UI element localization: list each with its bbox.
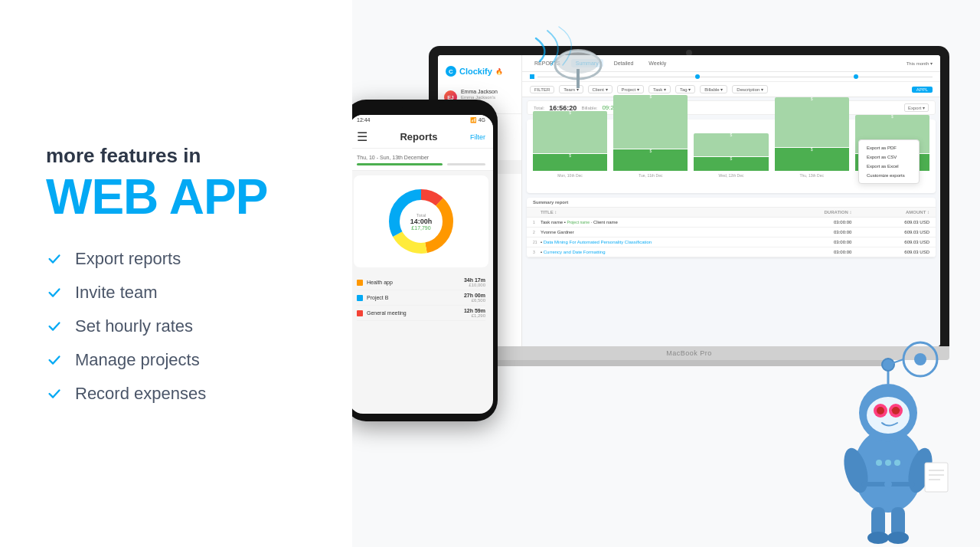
robot-mascot bbox=[812, 302, 965, 547]
legend-money: £10,000 bbox=[464, 283, 485, 287]
bar-label: Thu, 13th Dec bbox=[800, 173, 824, 178]
bar-bottom: $ bbox=[613, 149, 688, 171]
phone-notch bbox=[402, 107, 440, 112]
left-panel: more features in WEB APP Export reports … bbox=[0, 0, 368, 547]
bar-bottom: $ bbox=[775, 148, 849, 171]
row-amount: 609.03 USD bbox=[851, 230, 929, 234]
svg-point-33 bbox=[894, 460, 900, 466]
bar-group: $ $ Tue, 11th Dec bbox=[613, 95, 688, 178]
export-pdf[interactable]: Export as PDF bbox=[859, 143, 919, 152]
export-excel[interactable]: Export as Excel bbox=[859, 162, 919, 171]
bar-top: $ bbox=[533, 111, 607, 153]
legend-money: £1,290 bbox=[464, 313, 485, 318]
legend-time: 12h 59m bbox=[464, 308, 485, 313]
feature-text-hourly-rates: Set hourly rates bbox=[75, 316, 193, 336]
bar-group: $ $ Mon, 10th Dec bbox=[533, 111, 607, 178]
tag-filter[interactable]: Tag ▾ bbox=[675, 85, 695, 93]
legend-item: General meeting 12h 59m £1,290 bbox=[357, 306, 485, 321]
logo-text: Clockify bbox=[459, 67, 492, 76]
phone-mockup: 12:44 📶 4G ☰ Reports Filter Thu, 10 - Su… bbox=[352, 100, 498, 421]
bar-group: $ $ Thu, 13th Dec bbox=[775, 97, 849, 178]
legend-name: General meeting bbox=[367, 310, 407, 316]
bar-group: $ $ Wed, 12th Dec bbox=[694, 133, 768, 178]
feature-item-invite-team: Invite team bbox=[46, 283, 322, 303]
svg-point-28 bbox=[887, 532, 909, 544]
svg-point-31 bbox=[876, 460, 882, 466]
bar-top: $ bbox=[694, 133, 768, 156]
row-title: • Data Mining For Automated Personality … bbox=[541, 240, 774, 244]
right-panel: C Clockify 🔥 EJ Emma Jackson Emma Jackso… bbox=[352, 0, 980, 547]
phone-filter-button[interactable]: Filter bbox=[470, 133, 485, 141]
table-header: TITLE ↕ DURATION ↕ AMOUNT ↕ bbox=[527, 208, 936, 218]
customize-exports[interactable]: Customize exports bbox=[859, 171, 919, 180]
phone-date-summary: Thu, 10 - Sun, 13th December bbox=[352, 149, 493, 171]
bar-label: Tue, 11th Dec bbox=[639, 173, 662, 178]
bar-label: Mon, 10th Dec bbox=[557, 173, 583, 178]
donut-money: £17,790 bbox=[410, 225, 433, 231]
check-icon-hourly-rates bbox=[46, 318, 63, 335]
row-number: 1 bbox=[533, 220, 541, 224]
clockify-logo: C Clockify 🔥 bbox=[438, 61, 521, 84]
satellite-decoration bbox=[521, 23, 612, 103]
project-filter[interactable]: Project ▾ bbox=[617, 85, 644, 93]
task-filter[interactable]: Task ▾ bbox=[648, 85, 671, 93]
svg-point-9 bbox=[867, 397, 910, 434]
tab-weekly[interactable]: Weekly bbox=[644, 59, 671, 67]
billable-filter[interactable]: Billable ▾ bbox=[700, 85, 727, 93]
feature-item-manage-projects: Manage projects bbox=[46, 350, 322, 370]
legend-color-dot bbox=[357, 280, 363, 286]
svg-point-27 bbox=[867, 532, 889, 544]
legend-name: Project B bbox=[367, 295, 388, 300]
check-icon-export-reports bbox=[46, 251, 63, 267]
legend-time: 27h 00m bbox=[464, 293, 485, 298]
bar-label: Wed, 12th Dec bbox=[719, 173, 744, 178]
phone-screen: 12:44 📶 4G ☰ Reports Filter Thu, 10 - Su… bbox=[352, 115, 493, 414]
donut-chart: Total 14:00h £17,790 bbox=[383, 183, 459, 260]
row-title: • Currency and Date Formatting bbox=[541, 250, 774, 254]
row-amount: 609.03 USD bbox=[851, 250, 929, 254]
phone-time: 12:44 bbox=[357, 117, 371, 123]
feature-text-record-expenses: Record expenses bbox=[75, 384, 206, 404]
phone-status-bar: 12:44 📶 4G bbox=[352, 115, 493, 126]
logo-icon: C bbox=[446, 66, 456, 77]
check-icon-record-expenses bbox=[46, 385, 63, 402]
svg-point-32 bbox=[885, 460, 891, 466]
export-csv[interactable]: Export as CSV bbox=[859, 152, 919, 162]
main-title: WEB APP bbox=[46, 172, 322, 221]
row-duration: 03:00:00 bbox=[774, 240, 852, 244]
table-row: 21 • Data Mining For Automated Personali… bbox=[527, 237, 936, 247]
row-title: Task name • Project name · Client name bbox=[541, 220, 774, 224]
svg-rect-21 bbox=[925, 463, 948, 492]
table-title: Summary report bbox=[527, 198, 936, 208]
summary-table: Summary report TITLE ↕ DURATION ↕ AMOUNT… bbox=[527, 198, 936, 257]
table-row: 1 Task name • Project name · Client name… bbox=[527, 218, 936, 228]
tab-detailed[interactable]: Detailed bbox=[609, 59, 639, 67]
table-row: 3 • Currency and Date Formatting 03:00:0… bbox=[527, 247, 936, 257]
table-row: 2 Yvonne Gardner 03:00:00 609.03 USD bbox=[527, 228, 936, 237]
row-duration: 03:00:00 bbox=[774, 220, 852, 224]
table-body: 1 Task name • Project name · Client name… bbox=[527, 218, 936, 257]
legend-item: Project B 27h 00m £6,500 bbox=[357, 290, 485, 306]
check-icon-invite-team bbox=[46, 284, 63, 301]
hamburger-icon[interactable]: ☰ bbox=[357, 129, 368, 144]
row-number: 21 bbox=[533, 240, 541, 244]
check-icon-manage-projects bbox=[46, 352, 63, 368]
export-button[interactable]: Export ▾ bbox=[904, 103, 929, 112]
svg-point-17 bbox=[914, 353, 926, 365]
feature-item-hourly-rates: Set hourly rates bbox=[46, 316, 322, 336]
legend-name: Health app bbox=[367, 280, 393, 285]
apply-button[interactable]: APPL bbox=[912, 87, 933, 93]
feature-text-manage-projects: Manage projects bbox=[75, 350, 200, 370]
features-list: Export reports Invite team Set hourly ra… bbox=[46, 249, 322, 404]
description-filter[interactable]: Description ▾ bbox=[732, 85, 768, 93]
bar-top: $ bbox=[613, 95, 688, 149]
feature-item-record-expenses: Record expenses bbox=[46, 384, 322, 404]
bar-top: $ bbox=[775, 97, 849, 147]
row-number: 2 bbox=[533, 230, 541, 234]
donut-center-info: Total 14:00h £17,790 bbox=[410, 213, 433, 231]
feature-item-export-reports: Export reports bbox=[46, 249, 322, 269]
donut-chart-area: Total 14:00h £17,790 bbox=[354, 175, 488, 267]
legend-money: £6,500 bbox=[464, 298, 485, 303]
legend-time: 34h 17m bbox=[464, 277, 485, 283]
donut-time: 14:00h bbox=[410, 218, 433, 225]
